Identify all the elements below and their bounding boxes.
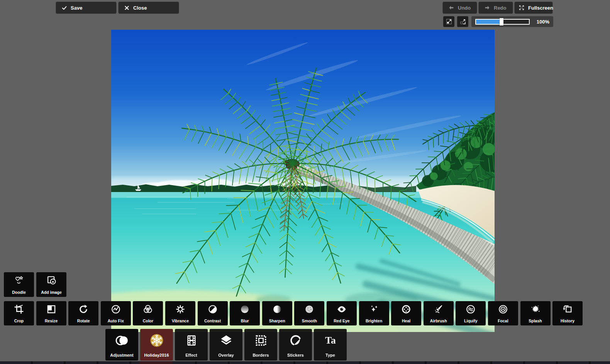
zoom-fit-button[interactable]	[443, 16, 454, 27]
stickers-icon	[289, 334, 303, 347]
tool-color[interactable]: Color	[133, 301, 163, 325]
tool-resize[interactable]: Resize	[36, 301, 66, 325]
close-label: Close	[133, 5, 147, 11]
category-effect[interactable]: Effect	[175, 329, 208, 361]
tool-heal[interactable]: Heal	[391, 301, 421, 325]
tool-red-eye[interactable]: Red Eye	[327, 301, 357, 325]
category-label: Overlay	[218, 353, 234, 357]
zoom-slider-thumb[interactable]	[500, 18, 503, 25]
tool-label: Color	[143, 318, 153, 323]
zoom-level-label: 100%	[537, 19, 549, 25]
partial-row-strip	[0, 361, 610, 364]
zoom-slider-track[interactable]	[475, 19, 530, 25]
category-borders[interactable]: Borders	[244, 329, 277, 361]
tool-contrast[interactable]: Contrast	[198, 301, 228, 325]
canvas-image[interactable]	[111, 30, 495, 332]
tool-doodle[interactable]: Doodle	[4, 272, 34, 297]
category-label: Borders	[252, 353, 269, 357]
category-row: Adjustment Holiday2016 Effect Overlay Bo…	[105, 329, 347, 361]
liquify-icon	[466, 304, 476, 314]
adjustment-icon	[115, 334, 129, 347]
category-type[interactable]: Type	[314, 329, 347, 361]
zoom-panel: 100%	[471, 16, 553, 27]
tool-brighten[interactable]: Brighten	[359, 301, 389, 325]
sharpen-icon	[272, 304, 282, 314]
tool-label: Sharpen	[269, 318, 285, 323]
undo-button[interactable]: Undo	[443, 2, 477, 13]
tool-airbrush[interactable]: Airbrush	[424, 301, 454, 325]
zoom-slider-fill	[476, 20, 502, 24]
tool-label: Auto Fix	[108, 318, 124, 323]
category-adjustment[interactable]: Adjustment	[105, 329, 138, 361]
history-icon	[563, 304, 573, 314]
tool-label: Liquify	[464, 318, 477, 323]
add-image-icon	[46, 275, 56, 285]
type-icon	[324, 334, 337, 347]
resize-icon	[46, 304, 56, 314]
tool-splash[interactable]: Splash	[520, 301, 551, 325]
tool-focal[interactable]: Focal	[488, 301, 518, 325]
borders-icon	[254, 334, 268, 347]
category-label: Adjustment	[110, 353, 134, 357]
save-button[interactable]: Save	[56, 2, 116, 13]
tool-label: Red Eye	[334, 318, 349, 323]
tool-row: Crop Resize Rotate Auto Fix Color Vibran…	[4, 301, 583, 325]
auto-fix-icon	[111, 304, 121, 314]
holiday-snowflake-icon	[150, 334, 164, 347]
tool-label: Resize	[45, 318, 58, 323]
tool-label: Blur	[241, 318, 249, 323]
tool-liquify[interactable]: Liquify	[456, 301, 486, 325]
blur-icon	[240, 304, 250, 314]
brighten-icon	[369, 304, 379, 314]
tool-label: Contrast	[204, 318, 221, 323]
tool-smooth[interactable]: Smooth	[294, 301, 324, 325]
category-label: Stickers	[287, 353, 304, 357]
arrow-left-icon	[448, 5, 454, 11]
tool-label: History	[561, 318, 574, 323]
category-label: Type	[325, 353, 335, 357]
tool-auto-fix[interactable]: Auto Fix	[101, 301, 131, 325]
zoom-actual-button[interactable]	[457, 16, 468, 27]
tool-sharpen[interactable]: Sharpen	[262, 301, 292, 325]
category-holiday2016[interactable]: Holiday2016	[140, 329, 173, 361]
effect-icon	[185, 334, 198, 347]
tool-label: Rotate	[77, 318, 90, 323]
redo-label: Redo	[494, 5, 507, 11]
fullscreen-button[interactable]: Fullscreen	[515, 2, 552, 13]
tool-history[interactable]: History	[552, 301, 583, 325]
vibrance-icon	[175, 304, 185, 314]
crop-icon	[14, 304, 24, 314]
tool-label: Airbrush	[430, 318, 447, 323]
fullscreen-label: Fullscreen	[528, 5, 553, 11]
red-eye-icon	[337, 304, 347, 314]
tool-blur[interactable]: Blur	[230, 301, 260, 325]
tool-vibrance[interactable]: Vibrance	[165, 301, 195, 325]
tool-label: Brighten	[366, 318, 382, 323]
doodle-icon	[14, 275, 24, 285]
category-label: Holiday2016	[144, 353, 169, 357]
zoom-actual-icon	[459, 18, 466, 25]
fullscreen-icon	[518, 5, 525, 11]
tool-crop[interactable]: Crop	[4, 301, 34, 325]
tool-label: Smooth	[302, 318, 317, 323]
tool-label: Focal	[498, 318, 508, 323]
smooth-icon	[304, 304, 314, 314]
zoom-fit-icon	[446, 18, 452, 25]
category-overlay[interactable]: Overlay	[210, 329, 242, 361]
color-icon	[143, 304, 153, 314]
tool-add-image[interactable]: Add image	[36, 272, 66, 297]
overlay-icon	[219, 334, 233, 347]
tool-label: Doodle	[12, 290, 26, 295]
tool-label: Heal	[402, 318, 410, 323]
redo-button[interactable]: Redo	[479, 2, 513, 13]
rotate-icon	[78, 304, 88, 314]
contrast-icon	[208, 304, 218, 314]
category-stickers[interactable]: Stickers	[279, 329, 312, 361]
tool-label: Add image	[41, 290, 62, 295]
tool-rotate[interactable]: Rotate	[68, 301, 98, 325]
close-button[interactable]: Close	[119, 2, 179, 13]
partial-row-active-segment	[139, 361, 172, 364]
category-label: Effect	[185, 353, 197, 357]
splash-icon	[530, 304, 541, 314]
x-icon	[124, 5, 130, 11]
